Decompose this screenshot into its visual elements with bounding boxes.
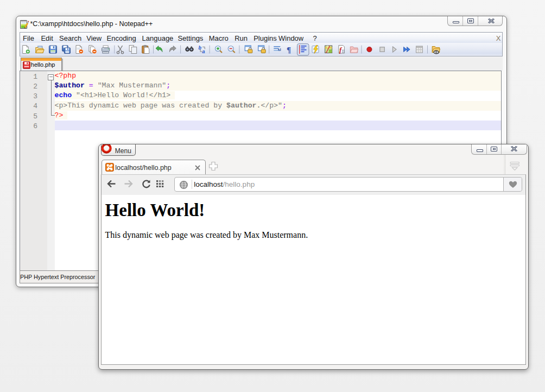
svg-text:¶: ¶ (287, 46, 291, 54)
svg-text:a: a (202, 48, 205, 54)
